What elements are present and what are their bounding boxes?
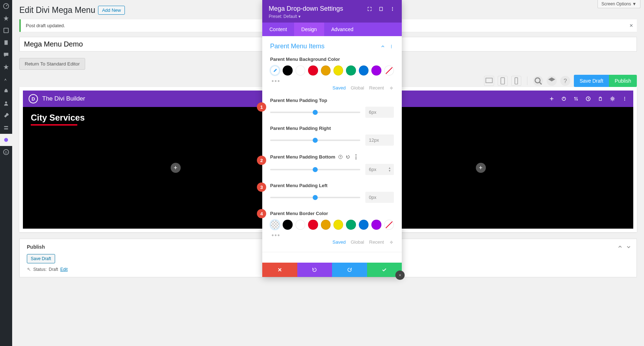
tablet-view-icon[interactable] [498, 76, 508, 86]
desktop-view-icon[interactable] [484, 76, 494, 86]
reset-icon[interactable] [346, 155, 350, 159]
color-picker-button[interactable] [270, 65, 280, 75]
focus-icon[interactable] [367, 6, 372, 12]
dismiss-notice-icon[interactable]: ✕ [629, 23, 633, 28]
swap-icon[interactable] [573, 96, 579, 102]
swatch-orange[interactable] [321, 65, 331, 75]
mobile-view-icon[interactable] [511, 76, 521, 86]
help-icon[interactable]: ? [338, 155, 343, 159]
add-section-icon[interactable] [549, 96, 555, 102]
border-color-label: Parent Menu Border Color [270, 211, 394, 216]
swatch-settings-icon[interactable] [389, 86, 394, 91]
redo-button[interactable] [332, 263, 367, 277]
swatch-tab-saved[interactable]: Saved [332, 85, 346, 91]
swatch-green-2[interactable] [346, 220, 356, 230]
publish-button[interactable]: Publish [609, 75, 637, 87]
pad-left-input[interactable] [365, 192, 394, 203]
swatch-more-icon[interactable]: ••• [270, 78, 394, 85]
pad-bottom-input[interactable]: 6px ▲▼ [365, 164, 394, 175]
preset-selector[interactable]: Preset: Default ▾ [269, 14, 395, 19]
swatch-black[interactable] [283, 65, 292, 75]
swatch-none-2[interactable] [384, 220, 394, 230]
users-icon[interactable] [0, 97, 12, 109]
pad-right-slider[interactable] [270, 140, 360, 141]
section-sub-menu-items[interactable]: Sub-Menu Items [270, 262, 317, 263]
metabox-down-icon[interactable] [626, 244, 631, 250]
plugins-icon[interactable] [0, 85, 12, 97]
tools-icon[interactable] [0, 109, 12, 122]
tab-content[interactable]: Content [262, 23, 294, 36]
screen-options-toggle[interactable]: Screen Options ▼ [597, 0, 640, 8]
svg-point-19 [624, 100, 625, 101]
field-more-icon[interactable]: ⋮ [353, 153, 359, 160]
pad-bottom-slider[interactable] [270, 169, 360, 170]
pin-icon[interactable] [0, 12, 12, 24]
layers-icon[interactable] [547, 76, 557, 86]
swatch-yellow[interactable] [333, 65, 343, 75]
pad-left-slider[interactable] [270, 197, 360, 198]
swatch-settings-icon-2[interactable] [389, 240, 394, 245]
swatch-tab-recent-2[interactable]: Recent [369, 239, 384, 245]
search-icon[interactable] [533, 76, 543, 86]
swatch-red[interactable] [308, 65, 318, 75]
settings-icon[interactable] [0, 122, 12, 134]
media-icon[interactable] [0, 24, 12, 36]
swatch-more-icon-2[interactable]: ••• [270, 232, 394, 239]
gear-icon[interactable] [610, 96, 615, 102]
snap-icon[interactable] [378, 6, 384, 12]
add-module-button-right[interactable]: + [476, 163, 486, 173]
metabox-up-icon[interactable] [617, 244, 623, 250]
swatch-blue-2[interactable] [359, 220, 369, 230]
swatch-green[interactable] [346, 65, 356, 75]
swatch-red-2[interactable] [308, 220, 318, 230]
add-module-button-left[interactable]: + [171, 163, 181, 173]
pad-top-input[interactable] [365, 107, 394, 118]
section-parent-menu-items[interactable]: Parent Menu Items [270, 43, 325, 50]
swatch-orange-2[interactable] [321, 220, 331, 230]
swatch-blue[interactable] [359, 65, 369, 75]
comments-icon[interactable] [0, 49, 12, 61]
more-icon[interactable] [622, 96, 628, 102]
dashboard-icon[interactable] [0, 0, 12, 12]
swatch-none[interactable] [384, 65, 394, 75]
trash-icon[interactable] [597, 96, 603, 102]
undo-button[interactable] [297, 263, 332, 277]
tab-advanced[interactable]: Advanced [324, 23, 361, 36]
panel-more-icon[interactable] [390, 6, 395, 12]
section-more-icon[interactable] [389, 44, 394, 49]
page-title: Edit Divi Mega Menu [19, 5, 95, 15]
pin2-icon[interactable] [0, 61, 12, 73]
swatch-purple[interactable] [371, 65, 381, 75]
swatch-tab-global[interactable]: Global [351, 85, 364, 91]
cancel-button[interactable] [262, 263, 297, 277]
swatch-black-2[interactable] [283, 220, 292, 230]
metabox-save-draft-button[interactable]: Save Draft [27, 254, 55, 263]
swatch-tab-recent[interactable]: Recent [369, 85, 384, 91]
appearance-icon[interactable] [0, 73, 12, 85]
pad-top-slider[interactable] [270, 112, 360, 113]
save-draft-button[interactable]: Save Draft [574, 75, 609, 87]
add-new-button[interactable]: Add New [98, 6, 125, 15]
swatch-yellow-2[interactable] [333, 220, 343, 230]
swatch-white[interactable] [296, 65, 305, 75]
swatch-tab-global-2[interactable]: Global [351, 239, 364, 245]
collapse-section-icon[interactable] [380, 44, 385, 49]
pad-right-input[interactable] [365, 135, 394, 146]
swatch-white-2[interactable] [296, 220, 305, 230]
help-icon[interactable]: ? [560, 76, 570, 86]
color-picker-transparent[interactable] [270, 220, 280, 230]
swatch-purple-2[interactable] [371, 220, 381, 230]
active-plugin-icon[interactable] [0, 134, 12, 146]
step-down-icon[interactable]: ▼ [388, 170, 393, 172]
return-standard-editor-button[interactable]: Return To Standard Editor [19, 58, 85, 70]
pages-icon[interactable] [0, 36, 12, 49]
edit-status-link[interactable]: Edit [60, 267, 68, 272]
swatch-tab-saved-2[interactable]: Saved [332, 239, 346, 245]
bg-color-swatches [270, 65, 394, 75]
panel-title: Mega Drop-down Settings [269, 5, 343, 13]
power-icon[interactable] [561, 96, 567, 102]
resize-handle[interactable] [395, 271, 405, 280]
divi-icon[interactable]: D [0, 146, 12, 158]
history-icon[interactable] [585, 96, 591, 102]
tab-design[interactable]: Design [294, 23, 324, 36]
